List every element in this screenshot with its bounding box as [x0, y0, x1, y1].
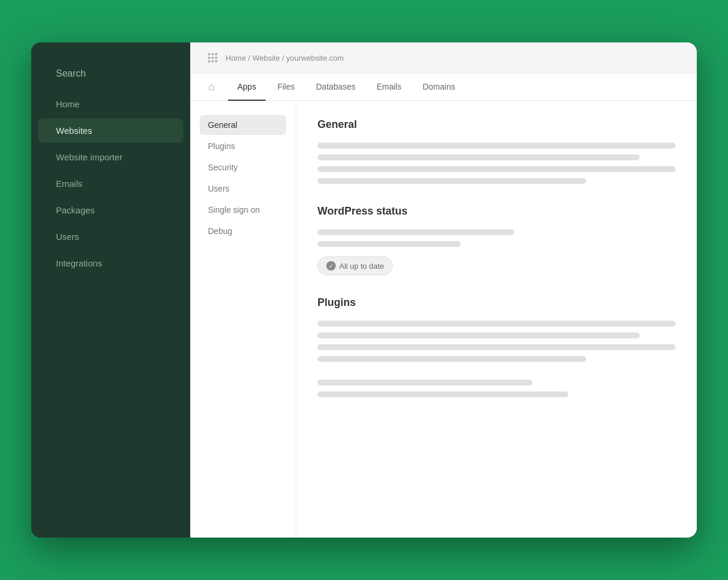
sidebar-item-emails[interactable]: Emails [38, 172, 183, 196]
skeleton-line [317, 241, 461, 247]
skeleton-line [317, 178, 586, 184]
subnav-item-plugins[interactable]: Plugins [200, 136, 286, 156]
skeleton-line [317, 391, 568, 397]
breadcrumb-bar: Home / Website / yourwebsite.com [190, 42, 697, 74]
skeleton-line [317, 332, 640, 338]
sidebar-item-home[interactable]: Home [38, 92, 183, 116]
sub-nav: GeneralPluginsSecurityUsersSingle sign o… [190, 101, 296, 538]
main-content: Home / Website / yourwebsite.com ⌂ AppsF… [190, 42, 697, 538]
sidebar-item-search[interactable]: Search [38, 61, 183, 86]
tab-files[interactable]: Files [268, 74, 305, 101]
check-icon: ✓ [326, 261, 336, 271]
wp-status-title: WordPress status [317, 205, 676, 218]
plugins-section: Plugins [317, 296, 676, 397]
content-area: GeneralPluginsSecurityUsersSingle sign o… [190, 101, 697, 538]
breadcrumb-dots-icon [208, 53, 217, 62]
general-title: General [317, 118, 676, 131]
skeleton-line [317, 321, 676, 327]
tab-domains[interactable]: Domains [413, 74, 464, 101]
subnav-item-single-sign-on[interactable]: Single sign on [200, 200, 286, 220]
skeleton-line [317, 356, 586, 362]
skeleton-line [317, 166, 676, 172]
sidebar-item-integrations[interactable]: Integrations [38, 251, 183, 275]
home-icon[interactable]: ⌂ [202, 78, 221, 97]
sidebar-item-packages[interactable]: Packages [38, 198, 183, 222]
tab-apps[interactable]: Apps [228, 74, 266, 101]
skeleton-line [317, 344, 676, 350]
skeleton-line [317, 154, 640, 160]
tab-bar: ⌂ AppsFilesDatabasesEmailsDomains [190, 74, 697, 101]
tab-emails[interactable]: Emails [367, 74, 411, 101]
subnav-item-users[interactable]: Users [200, 179, 286, 199]
sidebar: SearchHomeWebsitesWebsite importerEmails… [31, 42, 190, 538]
subnav-item-debug[interactable]: Debug [200, 221, 286, 241]
sidebar-item-websites[interactable]: Websites [38, 118, 183, 143]
sidebar-item-website-importer[interactable]: Website importer [38, 145, 183, 169]
wp-status-section: WordPress status ✓ All up to date [317, 205, 676, 275]
breadcrumb: Home / Website / yourwebsite.com [226, 54, 344, 62]
plugins-title: Plugins [317, 296, 676, 309]
subnav-item-general[interactable]: General [200, 115, 286, 135]
subnav-item-security[interactable]: Security [200, 157, 286, 177]
sidebar-item-users[interactable]: Users [38, 225, 183, 249]
general-section: General [317, 118, 676, 184]
all-up-to-date-button[interactable]: ✓ All up to date [317, 256, 393, 275]
skeleton-line [317, 229, 514, 235]
main-panel: General WordPress status ✓ All up [296, 101, 697, 538]
tab-databases[interactable]: Databases [306, 74, 365, 101]
screen-wrapper: SearchHomeWebsitesWebsite importerEmails… [31, 42, 697, 538]
skeleton-line [317, 143, 676, 149]
skeleton-line [317, 380, 532, 385]
